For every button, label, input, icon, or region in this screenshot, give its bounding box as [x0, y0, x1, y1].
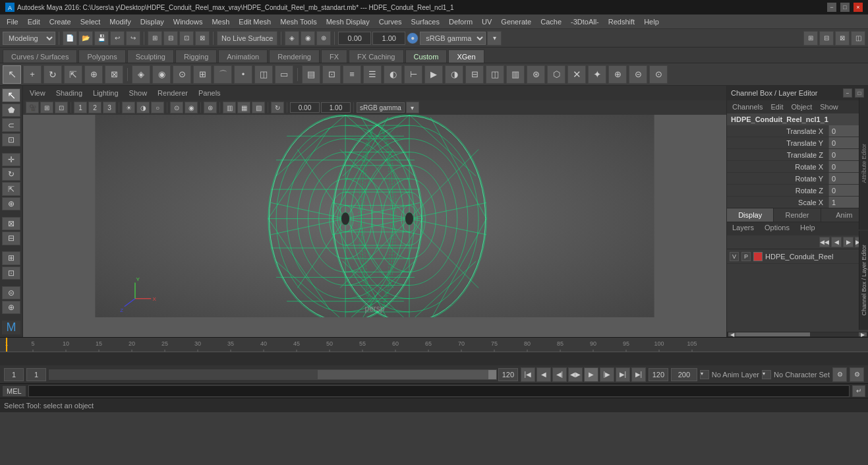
vp-ambient-btn[interactable]: ○ — [151, 102, 164, 113]
trax-editor-btn[interactable]: ▥ — [506, 65, 525, 84]
view-cube-btn[interactable]: ⊡ — [2, 266, 20, 280]
view-menu[interactable]: View — [27, 88, 48, 98]
menu-windows[interactable]: Windows — [169, 16, 207, 27]
layer-prev-btn[interactable]: ◀ — [831, 237, 842, 247]
vp-smooth3-btn[interactable]: 3 — [103, 102, 116, 113]
menu-deform[interactable]: Deform — [445, 16, 477, 27]
no-live-surface[interactable]: No Live Surface — [217, 31, 277, 46]
step-back-btn[interactable]: ◀| — [552, 367, 567, 382]
menu--3dtoall-[interactable]: -3DtoAll- — [567, 16, 603, 27]
lighting-menu[interactable]: Lighting — [90, 88, 121, 98]
script-enter-btn[interactable]: ↵ — [852, 385, 865, 397]
render-btn2[interactable]: ◉ — [301, 31, 315, 46]
script-input[interactable] — [28, 385, 850, 397]
snap-btn4[interactable]: ⊠ — [195, 31, 210, 46]
menu-uv[interactable]: UV — [478, 16, 496, 27]
shading-menu[interactable]: Shading — [53, 88, 85, 98]
renderer-menu[interactable]: Renderer — [155, 88, 190, 98]
range-end-input[interactable] — [498, 368, 518, 381]
goto-start-btn[interactable]: |◀ — [521, 367, 535, 382]
universal-btn[interactable]: ⊕ — [84, 65, 103, 84]
tab-rendering[interactable]: Rendering — [269, 49, 320, 63]
menu-redshift[interactable]: Redshift — [604, 16, 639, 27]
universal-manip-btn[interactable]: ⊕ — [2, 197, 20, 210]
tab-fx[interactable]: FX — [321, 49, 347, 63]
xgen-btn[interactable]: ✕ — [567, 65, 586, 84]
anim-range-bar[interactable] — [49, 369, 497, 380]
vp-wireframe-btn[interactable]: ⊡ — [55, 102, 68, 113]
window-controls[interactable]: − □ × — [827, 3, 863, 12]
new-scene-button[interactable]: 📄 — [63, 31, 77, 46]
goto-end-btn[interactable]: ▶| — [631, 367, 646, 382]
display-tab[interactable]: Display — [727, 208, 774, 222]
object-menu[interactable]: Object — [788, 102, 815, 112]
color-circle[interactable]: ● — [407, 32, 419, 44]
attribute-editor-strip[interactable]: Attribute Editor — [859, 98, 868, 230]
vp-res2-btn[interactable]: ▦ — [237, 102, 250, 113]
marquee-btn[interactable]: ⊡ — [2, 133, 20, 146]
menu-surfaces[interactable]: Surfaces — [407, 16, 444, 27]
mode-selector[interactable]: Modeling — [3, 32, 55, 45]
show-menu[interactable]: Show — [127, 88, 150, 98]
menu-display[interactable]: Display — [136, 16, 168, 27]
move-btn[interactable]: ✛ — [2, 153, 20, 166]
layout-side-btn[interactable]: ⊞ — [2, 251, 20, 264]
hypershade-btn[interactable]: ◑ — [445, 65, 463, 84]
gamma-field2[interactable] — [372, 32, 405, 45]
side-tool1[interactable]: ⊝ — [2, 286, 20, 299]
play-back-btn[interactable]: ◀▶ — [568, 367, 583, 382]
vp-shadow-btn[interactable]: ◑ — [136, 102, 150, 113]
vp-isolate-btn[interactable]: ⊛ — [204, 102, 217, 113]
layers-menu[interactable]: Layers — [727, 222, 759, 235]
rotate-tool-btn[interactable]: ↻ — [43, 65, 62, 84]
channel-box-strip[interactable]: Channel Box / Layer Editor — [859, 231, 868, 330]
layer-color-swatch[interactable] — [753, 252, 763, 261]
menu-cache[interactable]: Cache — [536, 16, 565, 27]
menu-help[interactable]: Help — [640, 16, 663, 27]
menu-modify[interactable]: Modify — [105, 16, 134, 27]
play-fwd-btn[interactable]: ▶ — [584, 367, 598, 382]
current-frame-right[interactable] — [26, 368, 46, 381]
side-tool2[interactable]: ⊕ — [2, 301, 20, 314]
tab-custom[interactable]: Custom — [405, 49, 448, 63]
uv-btn[interactable]: ⊢ — [404, 65, 422, 84]
vp-lighting-btn[interactable]: ☀ — [122, 102, 135, 113]
vp-smooth2-btn[interactable]: 2 — [88, 102, 101, 113]
vp-xray-btn[interactable]: ⊙ — [170, 102, 183, 113]
close-button[interactable]: × — [854, 3, 863, 12]
xgen5-btn[interactable]: ⊙ — [649, 65, 668, 84]
menu-generate[interactable]: Generate — [497, 16, 535, 27]
layout-btn1[interactable]: ⊞ — [803, 31, 818, 46]
vp-grid-btn[interactable]: ⊞ — [40, 102, 53, 113]
vp-field2[interactable] — [321, 102, 351, 113]
scroll-track[interactable] — [736, 332, 859, 336]
tab-xgen[interactable]: XGen — [448, 49, 484, 63]
layer-visibility-toggle[interactable]: V — [730, 252, 739, 261]
channels-menu[interactable]: Channels — [730, 102, 765, 112]
tab-animation[interactable]: Animation — [218, 49, 268, 63]
layout-btn3[interactable]: ⊠ — [835, 31, 850, 46]
help-menu[interactable]: Help — [795, 222, 821, 235]
graph-editor-btn[interactable]: ◫ — [486, 65, 504, 84]
layers-btn[interactable]: ▤ — [302, 65, 320, 84]
menu-create[interactable]: Create — [45, 16, 75, 27]
range-max-input[interactable] — [649, 368, 668, 381]
tab-sculpting[interactable]: Sculpting — [127, 49, 174, 63]
menu-select[interactable]: Select — [76, 16, 105, 27]
vp-smooth-btn[interactable]: 1 — [74, 102, 87, 113]
undo-button[interactable]: ↩ — [110, 31, 125, 46]
show-menu-cb[interactable]: Show — [817, 102, 841, 112]
gamma-arrow[interactable]: ▾ — [487, 31, 502, 46]
timeline-ruler[interactable]: 1 5 10 15 20 25 30 35 40 45 50 55 60 — [0, 338, 868, 352]
menu-edit-mesh[interactable]: Edit Mesh — [235, 16, 275, 27]
layout-btn4[interactable]: ◫ — [851, 31, 865, 46]
snap-point-btn[interactable]: • — [234, 65, 252, 84]
snap-btn3[interactable]: ⊡ — [179, 31, 194, 46]
redo-button[interactable]: ↪ — [126, 31, 140, 46]
vp-xray2-btn[interactable]: ◉ — [185, 102, 198, 113]
snap-btn2[interactable]: ⊟ — [163, 31, 178, 46]
paint-btn[interactable]: ⬟ — [2, 104, 20, 117]
gamma-selector[interactable]: sRGB gamma — [420, 32, 486, 45]
snap-surface-btn[interactable]: ▭ — [275, 65, 293, 84]
show-manip-btn[interactable]: ◈ — [132, 65, 150, 84]
